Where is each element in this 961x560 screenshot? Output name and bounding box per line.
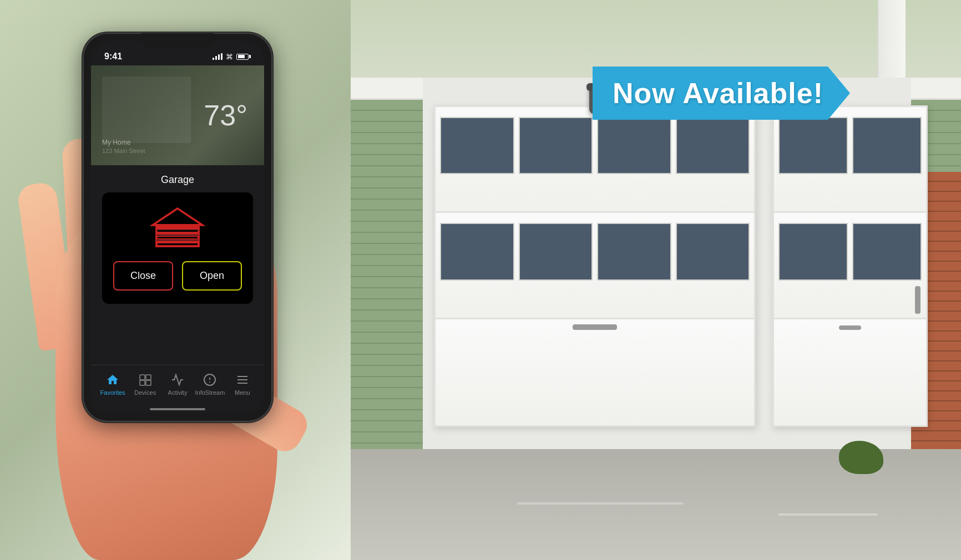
small-window-1 [778, 117, 848, 174]
phone-device: 9:41 ⌘ [83, 33, 272, 421]
small-door-mid-panel [774, 213, 926, 319]
home-image-element [102, 77, 191, 143]
battery-tip [249, 55, 251, 58]
infostream-icon [203, 373, 217, 387]
small-window-4 [852, 223, 922, 280]
garage-window-1 [440, 117, 514, 174]
notch [141, 33, 214, 49]
location-text: My Home [102, 139, 253, 146]
small-window-3 [778, 223, 848, 280]
garage-icon [150, 206, 205, 250]
garage-card: Close Open [102, 192, 253, 304]
home-image-area: My Home 123 Main Street 73° [91, 65, 264, 165]
tab-devices[interactable]: Devices [129, 373, 161, 396]
garage-window-4 [676, 117, 750, 174]
tab-activity[interactable]: Activity [161, 373, 194, 396]
right-pull-handle [915, 286, 920, 314]
svg-rect-12 [146, 380, 151, 385]
svg-rect-10 [146, 375, 151, 380]
tab-bar: Favorites Devices [91, 365, 264, 414]
location-row: My Home 123 Main Street [102, 139, 253, 154]
signal-bar-2 [215, 56, 217, 60]
garage-window-7 [597, 223, 671, 280]
tab-devices-label: Devices [134, 389, 156, 396]
garage-door-middle-panel [436, 213, 754, 319]
home-indicator [150, 408, 205, 410]
battery-body [236, 54, 249, 60]
open-door-button[interactable]: Open [182, 261, 242, 291]
tab-favorites[interactable]: Favorites [97, 373, 129, 396]
driveway-mark-2 [778, 513, 878, 516]
battery-icon [236, 54, 251, 60]
garage-window-6 [519, 223, 593, 280]
signal-bar-3 [218, 54, 220, 60]
garage-label: Garage [102, 174, 253, 186]
favorites-icon [105, 373, 120, 387]
garage-window-2 [519, 117, 593, 174]
svg-rect-3 [156, 232, 199, 237]
close-door-button[interactable]: Close [113, 261, 173, 291]
tab-infostream-label: InfoStream [195, 389, 225, 396]
svg-point-15 [209, 381, 210, 383]
tab-menu-label: Menu [235, 389, 250, 396]
phone-screen: 9:41 ⌘ [91, 41, 264, 414]
svg-rect-11 [140, 380, 145, 385]
small-door-top-panel [774, 107, 926, 213]
garage-section: Garage [91, 165, 264, 313]
garage-window-8 [676, 223, 750, 280]
small-window-2 [852, 117, 922, 174]
garage-door-main [434, 105, 756, 427]
status-icons: ⌘ [213, 53, 251, 61]
activity-icon [170, 373, 185, 387]
tab-menu[interactable]: Menu [226, 373, 259, 396]
garage-door-bottom-panel [436, 319, 754, 425]
status-text: 123 Main Street [102, 147, 253, 154]
driveway-mark [517, 502, 684, 505]
tab-infostream[interactable]: InfoStream [194, 373, 226, 396]
garage-window-5 [440, 223, 514, 280]
garage-door-top-panel [436, 107, 754, 213]
status-time: 9:41 [104, 52, 122, 62]
signal-bar-1 [213, 58, 214, 60]
tab-activity-label: Activity [168, 389, 188, 396]
menu-icon [235, 373, 250, 387]
tab-favorites-label: Favorites [100, 389, 125, 396]
door-buttons: Close Open [113, 261, 242, 291]
svg-rect-4 [156, 238, 199, 243]
svg-rect-9 [140, 375, 145, 380]
small-door-bottom-panel [774, 319, 926, 425]
battery-fill [238, 55, 245, 58]
wifi-icon: ⌘ [226, 53, 233, 61]
phone-wrapper: 9:41 ⌘ [55, 11, 333, 549]
signal-icon [213, 53, 222, 60]
devices-icon [138, 373, 153, 387]
door-handle-bar [573, 324, 617, 330]
banner-text: Now Available! [593, 67, 850, 120]
now-available-banner: Now Available! [593, 67, 850, 120]
svg-marker-0 [153, 208, 203, 225]
small-door-handle [839, 325, 861, 330]
garage-window-3 [597, 117, 671, 174]
temperature-display: 73° [204, 99, 247, 132]
signal-bar-4 [221, 53, 222, 60]
garage-door-small [772, 105, 928, 427]
